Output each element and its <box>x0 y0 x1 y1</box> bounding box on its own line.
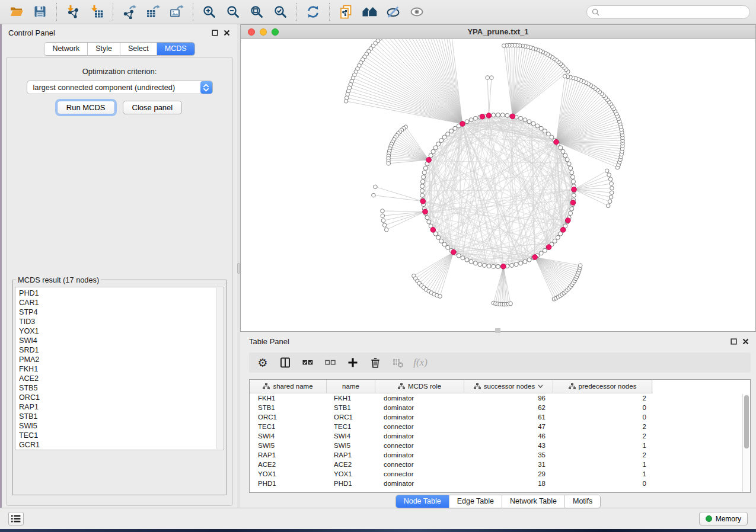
panel-list-button[interactable] <box>8 512 24 525</box>
tab-motifs[interactable]: Motifs <box>565 495 600 508</box>
zoom-selected-button[interactable] <box>269 2 292 22</box>
export-table-button[interactable] <box>141 2 165 22</box>
close-panel-icon[interactable] <box>224 30 230 36</box>
optimization-criterion-value: largest connected component (undirected) <box>27 83 200 92</box>
open-file-button[interactable] <box>5 2 28 22</box>
table-row-ORC1[interactable]: ORC1ORC1dominator610 <box>250 412 750 422</box>
column-header-name[interactable]: name <box>327 380 375 393</box>
control-panel-header: Control Panel <box>2 24 237 40</box>
table-row-PHD1[interactable]: PHD1PHD1dominator180 <box>250 479 750 488</box>
mcds-result-item[interactable]: GCR1 <box>19 440 224 450</box>
table-row-STB1[interactable]: STB1STB1dominator620 <box>250 403 750 412</box>
table-panel-header: Table Panel <box>240 334 756 348</box>
tab-node-table[interactable]: Node Table <box>396 495 449 508</box>
column-header-successor-nodes[interactable]: successor nodes <box>464 380 553 393</box>
export-image-button[interactable] <box>165 2 189 22</box>
deselect-all-button[interactable] <box>320 354 340 371</box>
maximize-window-icon[interactable] <box>272 28 279 36</box>
memory-button[interactable]: Memory <box>699 512 748 525</box>
table-settings-button[interactable]: ⚙ <box>253 354 273 371</box>
zoom-out-button[interactable] <box>221 2 245 22</box>
mcds-result-item[interactable]: SRD1 <box>19 345 224 355</box>
add-column-button[interactable] <box>343 354 363 371</box>
refresh-button[interactable] <box>301 2 325 22</box>
zoom-fit-button[interactable] <box>245 2 269 22</box>
scrollbar-thumb[interactable] <box>744 395 749 448</box>
mcds-result-item[interactable]: YOX1 <box>19 326 224 336</box>
mcds-list-scrollbar[interactable] <box>216 288 223 449</box>
cytoscape-app: Control Panel NetworkStyleSelectMCDS Opt… <box>0 0 756 532</box>
mcds-result-item[interactable]: FKH1 <box>19 364 224 374</box>
table-row-RAP1[interactable]: RAP1RAP1dominator352 <box>250 450 750 460</box>
share-document-button[interactable] <box>334 2 358 22</box>
mcds-result-item[interactable]: RAP1 <box>19 402 224 412</box>
network-overview-button[interactable] <box>358 2 381 22</box>
network-canvas[interactable] <box>240 39 756 332</box>
import-network-button[interactable] <box>61 2 85 22</box>
mcds-result-item[interactable]: CAR1 <box>19 298 224 307</box>
dropdown-stepper-icon <box>200 81 212 94</box>
memory-label: Memory <box>716 515 741 523</box>
column-visibility-button[interactable] <box>275 354 295 371</box>
close-panel-icon[interactable] <box>742 338 749 345</box>
import-table-button[interactable] <box>85 2 109 22</box>
show-graphics-button[interactable] <box>405 2 429 22</box>
sort-desc-icon <box>538 384 543 388</box>
network-window-titlebar[interactable]: YPA_prune.txt_1 <box>240 24 756 39</box>
delete-column-button[interactable] <box>365 354 385 371</box>
mcds-result-item[interactable]: SWI5 <box>19 421 224 431</box>
close-window-icon[interactable] <box>248 28 255 36</box>
mcds-result-item[interactable]: ACE2 <box>19 374 224 383</box>
column-type-icon <box>398 383 405 389</box>
optimization-criterion-select[interactable]: largest connected component (undirected) <box>27 81 213 94</box>
minimize-window-icon[interactable] <box>260 28 267 36</box>
table-scrollbar[interactable] <box>742 394 749 492</box>
mcds-result-item[interactable]: STP4 <box>19 307 224 317</box>
tab-network[interactable]: Network <box>44 43 88 55</box>
column-header-MCDS-role[interactable]: MCDS role <box>375 380 464 393</box>
node-table[interactable]: shared namenameMCDS rolesuccessor nodesp… <box>249 379 751 493</box>
tab-mcds[interactable]: MCDS <box>157 43 194 55</box>
float-panel-icon[interactable] <box>731 338 737 345</box>
search-box[interactable] <box>586 5 750 19</box>
save-session-button[interactable] <box>28 2 52 22</box>
tab-style[interactable]: Style <box>88 43 120 55</box>
right-column: YPA_prune.txt_1 Table Panel <box>240 24 756 508</box>
table-row-ACE2[interactable]: ACE2ACE2connector311 <box>250 460 750 469</box>
table-row-SWI5[interactable]: SWI5SWI5connector431 <box>250 441 750 450</box>
tab-edge-table[interactable]: Edge Table <box>449 495 502 508</box>
close-panel-button[interactable]: Close panel <box>123 101 183 114</box>
run-mcds-button[interactable]: Run MCDS <box>57 101 115 114</box>
save-session-icon <box>33 5 48 19</box>
tab-network-table[interactable]: Network Table <box>502 495 565 508</box>
table-row-SWI4[interactable]: SWI4SWI4dominator462 <box>250 431 750 441</box>
mcds-result-item[interactable]: TID3 <box>19 317 224 326</box>
network-graph[interactable] <box>241 39 755 332</box>
mcds-result-item[interactable]: STB5 <box>19 383 224 393</box>
mcds-result-item[interactable]: STB1 <box>19 412 224 421</box>
mcds-result-list[interactable]: PHD1CAR1STP4TID3YOX1SWI4SRD1PMA2FKH1ACE2… <box>15 287 224 450</box>
table-panel-title: Table Panel <box>249 337 731 346</box>
search-input[interactable] <box>602 8 745 16</box>
mcds-result-title: MCDS result (17 nodes) <box>16 275 101 284</box>
column-header-shared-name[interactable]: shared name <box>250 380 327 393</box>
table-row-TEC1[interactable]: TEC1TEC1connector472 <box>250 422 750 431</box>
mcds-result-item[interactable]: SWI4 <box>19 336 224 345</box>
float-panel-icon[interactable] <box>212 30 218 36</box>
mcds-result-item[interactable]: PHD1 <box>19 289 224 298</box>
table-row-YOX1[interactable]: YOX1YOX1connector291 <box>250 469 750 479</box>
export-table-icon <box>146 5 161 19</box>
mcds-result-item[interactable]: TEC1 <box>19 431 224 440</box>
mcds-result-item[interactable]: ORC1 <box>19 393 224 402</box>
zoom-selected-icon <box>273 5 288 19</box>
mcds-result-box: MCDS result (17 nodes) PHD1CAR1STP4TID3Y… <box>12 275 227 495</box>
table-row-FKH1[interactable]: FKH1FKH1dominator962 <box>250 393 750 403</box>
column-header-predecessor-nodes[interactable]: predecessor nodes <box>553 380 652 393</box>
splitter-handle[interactable] <box>495 328 500 333</box>
select-all-button[interactable] <box>298 354 318 371</box>
mcds-result-item[interactable]: PMA2 <box>19 355 224 364</box>
tab-select[interactable]: Select <box>120 43 157 55</box>
export-network-button[interactable] <box>117 2 141 22</box>
zoom-in-button[interactable] <box>197 2 221 22</box>
hide-graphics-button[interactable] <box>381 2 405 22</box>
